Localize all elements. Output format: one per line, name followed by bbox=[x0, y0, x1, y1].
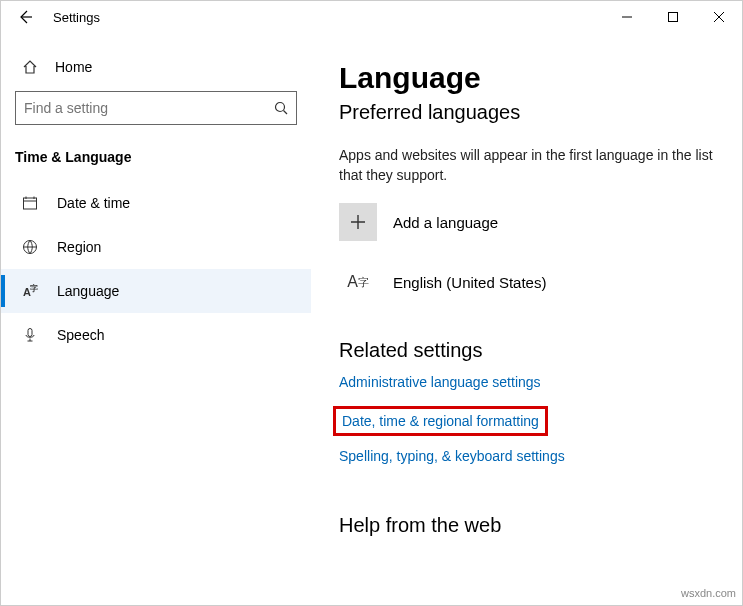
close-button[interactable] bbox=[696, 1, 742, 33]
page-subtitle: Preferred languages bbox=[339, 101, 722, 124]
sidebar-item-date-time[interactable]: Date & time bbox=[1, 181, 311, 225]
svg-point-1 bbox=[276, 103, 285, 112]
description-text: Apps and websites will appear in the fir… bbox=[339, 146, 719, 185]
sidebar-section-heading: Time & Language bbox=[1, 143, 311, 181]
svg-rect-4 bbox=[28, 329, 32, 337]
page-title: Language bbox=[339, 61, 722, 95]
svg-rect-0 bbox=[669, 13, 678, 22]
language-icon: A字 bbox=[21, 285, 39, 298]
main-panel: Language Preferred languages Apps and we… bbox=[311, 33, 742, 605]
link-regional-formatting[interactable]: Date, time & regional formatting bbox=[333, 406, 548, 436]
sidebar-item-label: Language bbox=[57, 283, 119, 299]
link-admin-language[interactable]: Administrative language settings bbox=[339, 374, 541, 390]
calendar-icon bbox=[21, 195, 39, 211]
globe-icon bbox=[21, 239, 39, 255]
svg-rect-2 bbox=[24, 198, 37, 209]
help-heading: Help from the web bbox=[339, 514, 722, 537]
microphone-icon bbox=[21, 327, 39, 343]
search-field[interactable] bbox=[24, 100, 274, 116]
language-entry[interactable]: A字 English (United States) bbox=[339, 263, 722, 301]
minimize-button[interactable] bbox=[604, 1, 650, 33]
home-nav-item[interactable]: Home bbox=[1, 51, 311, 83]
window-title: Settings bbox=[49, 10, 100, 25]
home-label: Home bbox=[55, 59, 92, 75]
search-input[interactable] bbox=[15, 91, 297, 125]
add-language-button[interactable]: Add a language bbox=[339, 203, 722, 241]
sidebar-item-language[interactable]: A字 Language bbox=[1, 269, 311, 313]
sidebar: Home Time & Language Date & time Region bbox=[1, 33, 311, 605]
sidebar-item-label: Speech bbox=[57, 327, 104, 343]
sidebar-item-speech[interactable]: Speech bbox=[1, 313, 311, 357]
sidebar-item-region[interactable]: Region bbox=[1, 225, 311, 269]
maximize-button[interactable] bbox=[650, 1, 696, 33]
language-az-icon: A字 bbox=[339, 263, 377, 301]
add-language-label: Add a language bbox=[393, 214, 498, 231]
search-icon bbox=[274, 101, 288, 115]
home-icon bbox=[21, 59, 39, 75]
watermark: wsxdn.com bbox=[681, 587, 736, 599]
back-button[interactable] bbox=[1, 1, 49, 33]
sidebar-item-label: Date & time bbox=[57, 195, 130, 211]
sidebar-item-label: Region bbox=[57, 239, 101, 255]
language-name: English (United States) bbox=[393, 274, 546, 291]
link-spelling-typing[interactable]: Spelling, typing, & keyboard settings bbox=[339, 448, 565, 464]
related-settings-heading: Related settings bbox=[339, 339, 722, 362]
plus-icon bbox=[339, 203, 377, 241]
